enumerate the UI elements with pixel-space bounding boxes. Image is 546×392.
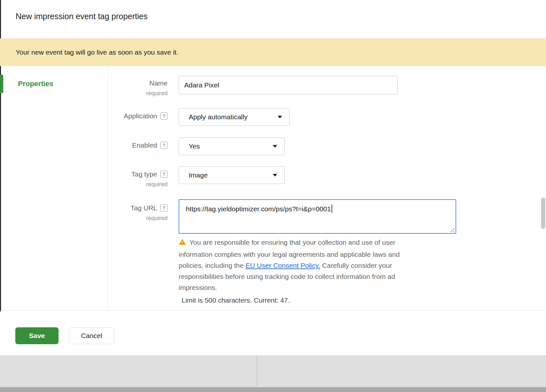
application-dropdown-value: Apply automatically	[189, 113, 248, 121]
sidebar-item-properties[interactable]: Properties	[18, 80, 53, 88]
application-label-text: Application	[124, 112, 157, 120]
scrollbar-thumb[interactable]	[541, 198, 545, 229]
tag-url-text: https://tag.yieldoptimizer.com/ps/ps?t=i…	[186, 205, 331, 213]
name-required-note: required	[107, 90, 168, 97]
sidebar-divider	[107, 66, 108, 310]
tag-url-label-text: Tag URL	[130, 204, 157, 212]
warning-triangle-icon	[179, 238, 186, 249]
footer-divider	[0, 310, 546, 311]
active-item-indicator	[0, 75, 3, 93]
enabled-help-icon[interactable]: ?	[160, 142, 168, 149]
resize-handle[interactable]	[450, 227, 455, 232]
application-dropdown[interactable]: Apply automatically	[179, 108, 290, 126]
tag-url-help-icon[interactable]: ?	[160, 204, 168, 212]
tag-type-field-label: Tag type ? required	[107, 170, 168, 188]
chevron-down-icon	[273, 145, 277, 148]
char-limit-text: Limit is 500 characters. Current: 47.	[182, 296, 290, 304]
cancel-button[interactable]: Cancel	[69, 327, 114, 344]
enabled-field-label: Enabled ?	[107, 141, 168, 149]
tag-url-required-note: required	[107, 215, 168, 222]
notice-banner: Your new event tag will go live as soon …	[0, 38, 546, 66]
application-help-icon[interactable]: ?	[160, 112, 168, 120]
enabled-dropdown-value: Yes	[189, 142, 200, 150]
eu-user-consent-policy-link[interactable]: EU User Consent Policy.	[245, 262, 320, 269]
tag-url-textarea[interactable]: https://tag.yieldoptimizer.com/ps/ps?t=i…	[179, 199, 456, 234]
tag-type-help-icon[interactable]: ?	[160, 171, 168, 178]
tag-url-field-label: Tag URL ? required	[107, 204, 168, 222]
name-label-text: Name	[149, 79, 168, 87]
enabled-dropdown[interactable]: Yes	[179, 137, 285, 155]
tag-type-required-note: required	[107, 181, 168, 188]
notice-banner-text: Your new event tag will go live as soon …	[16, 48, 178, 56]
chevron-down-icon	[273, 174, 277, 176]
page-title: New impression event tag properties	[16, 12, 148, 21]
tag-type-dropdown[interactable]: Image	[179, 166, 285, 184]
background-page-area	[0, 355, 546, 392]
privacy-warning: You are responsible for ensuring that yo…	[179, 237, 423, 293]
name-input[interactable]	[179, 76, 398, 94]
save-button[interactable]: Save	[15, 327, 59, 344]
tag-type-label-text: Tag type	[131, 170, 157, 178]
chevron-down-icon	[278, 116, 282, 118]
enabled-label-text: Enabled	[132, 141, 157, 149]
name-field-label: Name required	[107, 79, 168, 97]
tag-type-dropdown-value: Image	[189, 171, 208, 179]
background-page-divider	[256, 355, 257, 386]
background-bottom-strip	[0, 387, 546, 392]
application-field-label: Application ?	[107, 112, 168, 120]
text-cursor	[332, 204, 332, 213]
